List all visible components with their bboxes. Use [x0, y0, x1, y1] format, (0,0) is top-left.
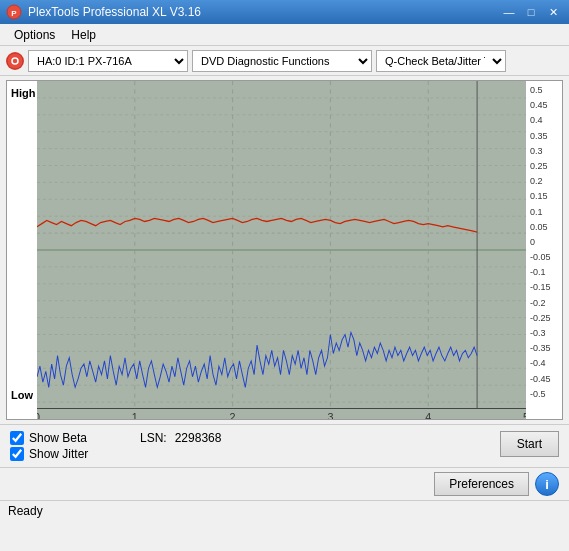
menu-bar: Options Help: [0, 24, 569, 46]
y-label-neg0_45: -0.45: [530, 374, 560, 384]
maximize-button[interactable]: □: [521, 4, 541, 20]
test-select[interactable]: Q-Check Beta/Jitter Test: [376, 50, 506, 72]
y-label-0_35: 0.35: [530, 131, 560, 141]
show-beta-label: Show Beta: [29, 431, 87, 445]
y-label-neg0_2: -0.2: [530, 298, 560, 308]
show-jitter-label: Show Jitter: [29, 447, 88, 461]
device-icon: [6, 52, 24, 70]
svg-text:1: 1: [132, 411, 138, 419]
menu-options[interactable]: Options: [6, 26, 63, 44]
chart-plot-area: 0 1 2 3 4 5: [37, 81, 526, 419]
y-label-neg0_25: -0.25: [530, 313, 560, 323]
y-label-0_45: 0.45: [530, 100, 560, 110]
app-icon: P: [6, 4, 22, 20]
lsn-value: 2298368: [175, 431, 222, 445]
device-select[interactable]: HA:0 ID:1 PX-716A: [28, 50, 188, 72]
svg-text:5: 5: [523, 411, 526, 419]
y-label-neg0_5: -0.5: [530, 389, 560, 399]
y-label-0_25: 0.25: [530, 161, 560, 171]
status-bar: Ready: [0, 500, 569, 520]
y-label-neg0_3: -0.3: [530, 328, 560, 338]
status-text: Ready: [8, 504, 43, 518]
y-label-0_05: 0.05: [530, 222, 560, 232]
y-label-0_3: 0.3: [530, 146, 560, 156]
svg-text:2: 2: [230, 411, 236, 419]
y-label-neg0_15: -0.15: [530, 282, 560, 292]
chart-y-low-label: Low: [11, 389, 33, 401]
lsn-label: LSN:: [140, 431, 167, 445]
svg-text:4: 4: [425, 411, 431, 419]
menu-help[interactable]: Help: [63, 26, 104, 44]
y-label-neg0_4: -0.4: [530, 358, 560, 368]
y-label-0_1: 0.1: [530, 207, 560, 217]
toolbar: HA:0 ID:1 PX-716A DVD Diagnostic Functio…: [0, 46, 569, 76]
svg-text:P: P: [11, 9, 17, 18]
chart-container: High Low: [6, 80, 563, 420]
y-label-neg0_05: -0.05: [530, 252, 560, 262]
show-jitter-row: Show Jitter: [10, 447, 110, 461]
y-label-neg0_1: -0.1: [530, 267, 560, 277]
y-label-0_4: 0.4: [530, 115, 560, 125]
lsn-area: LSN: 2298368: [140, 431, 221, 445]
close-button[interactable]: ✕: [543, 4, 563, 20]
bottom-panel: Show Beta Show Jitter LSN: 2298368 Start: [0, 424, 569, 467]
window-controls: — □ ✕: [499, 4, 563, 20]
show-jitter-checkbox[interactable]: [10, 447, 24, 461]
start-button[interactable]: Start: [500, 431, 559, 457]
y-label-neg0_35: -0.35: [530, 343, 560, 353]
show-beta-checkbox[interactable]: [10, 431, 24, 445]
y-label-0_15: 0.15: [530, 191, 560, 201]
svg-text:3: 3: [327, 411, 333, 419]
chart-svg: 0 1 2 3 4 5: [37, 81, 526, 419]
action-area: Start: [500, 431, 559, 457]
info-button[interactable]: i: [535, 472, 559, 496]
svg-point-2: [7, 53, 23, 69]
function-select[interactable]: DVD Diagnostic Functions: [192, 50, 372, 72]
minimize-button[interactable]: —: [499, 4, 519, 20]
y-label-0: 0: [530, 237, 560, 247]
window-title: PlexTools Professional XL V3.16: [28, 5, 201, 19]
preferences-area: Preferences i: [0, 467, 569, 500]
y-label-0_5: 0.5: [530, 85, 560, 95]
preferences-button[interactable]: Preferences: [434, 472, 529, 496]
svg-text:0: 0: [37, 411, 40, 419]
title-bar: P PlexTools Professional XL V3.16 — □ ✕: [0, 0, 569, 24]
checkboxes-area: Show Beta Show Jitter: [10, 431, 110, 461]
chart-y-high-label: High: [11, 87, 35, 99]
y-label-0_2: 0.2: [530, 176, 560, 186]
show-beta-row: Show Beta: [10, 431, 110, 445]
title-bar-left: P PlexTools Professional XL V3.16: [6, 4, 201, 20]
chart-y-axis-right: 0.5 0.45 0.4 0.35 0.3 0.25 0.2 0.15 0.1 …: [526, 81, 562, 419]
